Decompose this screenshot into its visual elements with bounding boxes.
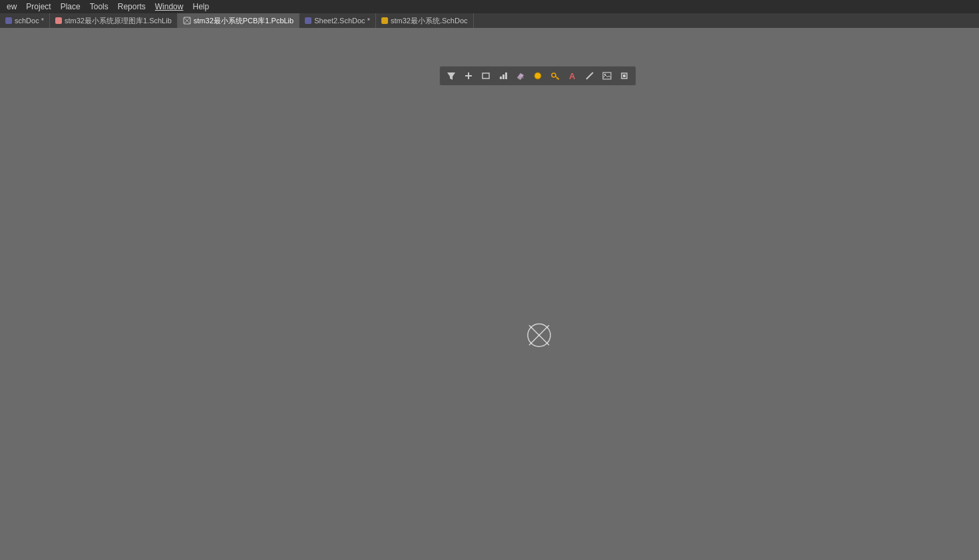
tab-schlib[interactable]: stm32最小系统原理图库1.SchLib [50, 13, 178, 28]
menu-item-help[interactable]: Help [188, 1, 213, 13]
tab-label-schdoc3: stm32最小系统.SchDoc [391, 16, 468, 26]
btn-filter[interactable] [443, 69, 459, 83]
btn-image[interactable] [599, 69, 615, 83]
canvas-area[interactable]: A [0, 28, 979, 560]
svg-rect-7 [500, 76, 502, 79]
menu-bar: ew Project Place Tools Reports Window He… [0, 0, 979, 13]
btn-text[interactable]: A [564, 69, 580, 83]
menu-item-project[interactable]: Project [22, 1, 55, 13]
tab-icon-schdoc3 [381, 17, 388, 24]
tab-label-pcblib: stm32最小系统PCB库1.PcbLib [194, 16, 294, 26]
btn-circle-yellow[interactable] [530, 69, 546, 83]
btn-chart[interactable] [495, 69, 511, 83]
svg-marker-10 [517, 73, 524, 80]
tab-label-schdoc2: Sheet2.SchDoc * [314, 17, 370, 25]
btn-line[interactable] [582, 69, 598, 83]
btn-rect[interactable] [478, 69, 494, 83]
btn-eraser[interactable] [512, 69, 528, 83]
tab-icon-schlib [55, 17, 62, 24]
floating-toolbar: A [439, 66, 636, 86]
btn-square[interactable] [616, 69, 632, 83]
tab-icon-schdoc [5, 17, 12, 24]
btn-add[interactable] [461, 69, 477, 83]
svg-marker-3 [447, 72, 455, 80]
svg-rect-9 [505, 72, 507, 79]
tab-icon-schdoc2 [305, 17, 311, 24]
svg-point-13 [552, 73, 556, 77]
svg-rect-6 [483, 73, 489, 78]
svg-line-18 [586, 72, 593, 79]
cursor-indicator [526, 323, 552, 348]
svg-rect-8 [502, 74, 504, 79]
svg-rect-22 [623, 74, 626, 77]
tab-bar: schDoc * stm32最小系统原理图库1.SchLib stm32最小系统… [0, 13, 979, 28]
svg-rect-19 [603, 72, 611, 79]
tab-pcblib[interactable]: stm32最小系统PCB库1.PcbLib [178, 13, 299, 28]
menu-item-window[interactable]: Window [151, 1, 188, 13]
menu-item-tools[interactable]: Tools [86, 1, 112, 13]
svg-text:A: A [569, 71, 576, 80]
btn-key[interactable] [547, 69, 563, 83]
tab-label-schlib: stm32最小系统原理图库1.SchLib [65, 16, 172, 26]
tab-icon-pcblib [183, 17, 191, 25]
tab-schdoc[interactable]: schDoc * [0, 13, 50, 28]
tab-schdoc2[interactable]: Sheet2.SchDoc * [299, 13, 376, 28]
menu-item-reports[interactable]: Reports [114, 1, 150, 13]
svg-point-20 [604, 74, 606, 75]
tab-schdoc3[interactable]: stm32最小系统.SchDoc [376, 13, 474, 28]
menu-item-place[interactable]: Place [57, 1, 85, 13]
tab-label-schdoc: schDoc * [15, 17, 44, 25]
svg-point-12 [534, 72, 541, 79]
menu-item-ew[interactable]: ew [3, 1, 21, 13]
